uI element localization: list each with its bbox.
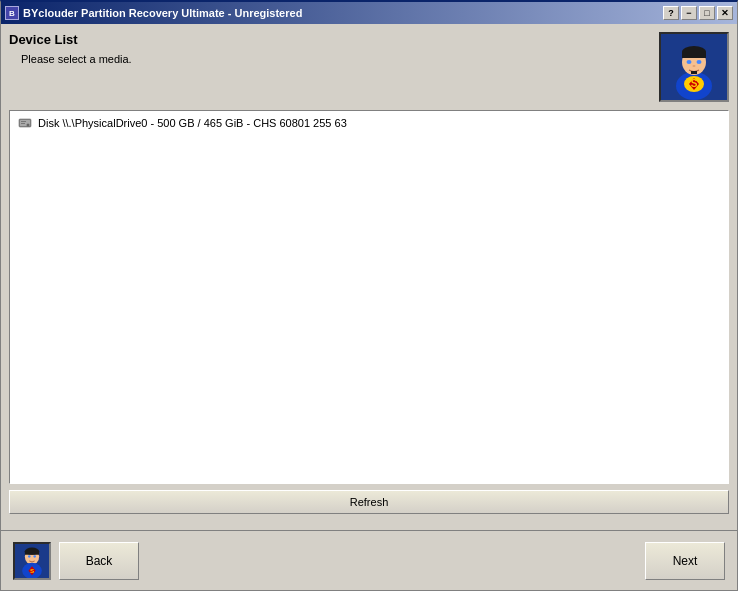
device-label: Disk \\.\PhysicalDrive0 - 500 GB / 465 G… <box>38 117 347 129</box>
refresh-button[interactable]: Refresh <box>9 490 729 514</box>
header-section: Device List Please select a media. S <box>9 32 729 102</box>
svg-rect-7 <box>682 52 706 58</box>
window-title: BYclouder Partition Recovery Ultimate - … <box>23 7 302 19</box>
svg-point-8 <box>687 60 692 64</box>
disk-icon <box>18 117 32 129</box>
back-button[interactable]: Back <box>59 542 139 580</box>
header-avatar: S <box>659 32 729 102</box>
next-button[interactable]: Next <box>645 542 725 580</box>
bottom-avatar-image: S <box>15 544 49 578</box>
avatar-image: S <box>661 34 727 100</box>
svg-point-21 <box>28 555 31 557</box>
title-bar: B BYclouder Partition Recovery Ultimate … <box>1 2 737 24</box>
svg-point-10 <box>693 65 696 67</box>
bottom-avatar: S <box>13 542 51 580</box>
svg-rect-15 <box>21 121 26 122</box>
bottom-bar: S Back Next <box>1 530 737 590</box>
device-item[interactable]: Disk \\.\PhysicalDrive0 - 500 GB / 465 G… <box>14 115 724 131</box>
refresh-bar: Refresh <box>9 490 729 514</box>
close-button[interactable]: ✕ <box>717 6 733 20</box>
header-text: Device List Please select a media. <box>9 32 659 65</box>
svg-rect-20 <box>25 551 39 555</box>
svg-point-9 <box>697 60 702 64</box>
main-window: B BYclouder Partition Recovery Ultimate … <box>0 0 738 591</box>
svg-text:S: S <box>30 566 34 573</box>
title-bar-buttons: ? − □ ✕ <box>663 6 733 20</box>
section-title: Device List <box>9 32 659 47</box>
instruction-text: Please select a media. <box>21 53 659 65</box>
svg-rect-11 <box>691 71 697 74</box>
svg-text:S: S <box>691 78 698 89</box>
window-content: Device List Please select a media. S <box>1 24 737 530</box>
title-bar-text: B BYclouder Partition Recovery Ultimate … <box>5 6 302 20</box>
maximize-button[interactable]: □ <box>699 6 715 20</box>
bottom-left: S Back <box>13 542 139 580</box>
app-icon: B <box>5 6 19 20</box>
svg-point-22 <box>33 555 36 557</box>
svg-point-14 <box>27 124 30 127</box>
svg-rect-16 <box>21 123 25 124</box>
minimize-button[interactable]: − <box>681 6 697 20</box>
device-list-panel: Disk \\.\PhysicalDrive0 - 500 GB / 465 G… <box>9 110 729 484</box>
help-button[interactable]: ? <box>663 6 679 20</box>
